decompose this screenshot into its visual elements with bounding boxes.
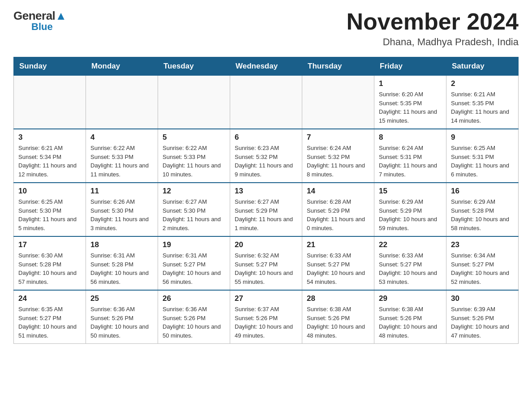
day-info: Sunrise: 6:22 AMSunset: 5:33 PMDaylight:… [90, 144, 153, 179]
calendar-cell: 24Sunrise: 6:35 AMSunset: 5:27 PMDayligh… [14, 290, 86, 344]
calendar-title: November 2024 [347, 9, 519, 34]
day-info: Sunrise: 6:25 AMSunset: 5:30 PMDaylight:… [18, 197, 81, 232]
calendar-cell: 2Sunrise: 6:21 AMSunset: 5:35 PMDaylight… [446, 76, 519, 129]
calendar-cell: 16Sunrise: 6:29 AMSunset: 5:28 PMDayligh… [446, 183, 519, 236]
calendar-cell: 19Sunrise: 6:31 AMSunset: 5:27 PMDayligh… [158, 236, 230, 290]
day-info: Sunrise: 6:25 AMSunset: 5:31 PMDaylight:… [451, 144, 514, 179]
calendar-cell: 17Sunrise: 6:30 AMSunset: 5:28 PMDayligh… [14, 236, 86, 290]
day-info: Sunrise: 6:38 AMSunset: 5:26 PMDaylight:… [307, 305, 369, 340]
calendar-cell: 13Sunrise: 6:27 AMSunset: 5:29 PMDayligh… [230, 183, 302, 236]
day-number: 21 [307, 240, 369, 249]
calendar-cell: 21Sunrise: 6:33 AMSunset: 5:27 PMDayligh… [302, 236, 374, 290]
day-info: Sunrise: 6:34 AMSunset: 5:27 PMDaylight:… [451, 251, 514, 286]
day-number: 27 [235, 294, 297, 303]
calendar-cell: 20Sunrise: 6:32 AMSunset: 5:27 PMDayligh… [230, 236, 302, 290]
calendar-cell: 12Sunrise: 6:27 AMSunset: 5:30 PMDayligh… [158, 183, 230, 236]
calendar-week-row: 17Sunrise: 6:30 AMSunset: 5:28 PMDayligh… [14, 236, 519, 290]
calendar-cell [14, 76, 86, 129]
calendar-cell [302, 76, 374, 129]
calendar-cell: 1Sunrise: 6:20 AMSunset: 5:35 PMDaylight… [374, 76, 446, 129]
day-info: Sunrise: 6:33 AMSunset: 5:27 PMDaylight:… [307, 251, 369, 286]
day-header-friday: Friday [374, 57, 446, 76]
day-info: Sunrise: 6:27 AMSunset: 5:29 PMDaylight:… [235, 197, 297, 232]
day-number: 12 [163, 187, 225, 196]
day-number: 10 [18, 187, 81, 196]
day-number: 17 [18, 240, 81, 249]
logo: General▲ Blue [13, 9, 67, 33]
day-info: Sunrise: 6:21 AMSunset: 5:35 PMDaylight:… [451, 90, 514, 125]
calendar-cell [230, 76, 302, 129]
day-info: Sunrise: 6:26 AMSunset: 5:30 PMDaylight:… [90, 197, 153, 232]
calendar-cell: 14Sunrise: 6:28 AMSunset: 5:29 PMDayligh… [302, 183, 374, 236]
day-info: Sunrise: 6:33 AMSunset: 5:27 PMDaylight:… [379, 251, 442, 286]
day-info: Sunrise: 6:35 AMSunset: 5:27 PMDaylight:… [18, 305, 81, 340]
day-number: 29 [379, 294, 442, 303]
calendar-cell: 6Sunrise: 6:23 AMSunset: 5:32 PMDaylight… [230, 129, 302, 183]
day-info: Sunrise: 6:21 AMSunset: 5:34 PMDaylight:… [18, 144, 81, 179]
day-number: 15 [379, 187, 442, 196]
day-number: 28 [307, 294, 369, 303]
calendar-cell: 28Sunrise: 6:38 AMSunset: 5:26 PMDayligh… [302, 290, 374, 344]
day-info: Sunrise: 6:29 AMSunset: 5:29 PMDaylight:… [379, 197, 442, 232]
day-number: 23 [451, 240, 514, 249]
day-number: 4 [90, 133, 153, 142]
day-number: 16 [451, 187, 514, 196]
day-info: Sunrise: 6:32 AMSunset: 5:27 PMDaylight:… [235, 251, 297, 286]
day-number: 22 [379, 240, 442, 249]
calendar-week-row: 1Sunrise: 6:20 AMSunset: 5:35 PMDaylight… [14, 76, 519, 129]
day-header-thursday: Thursday [302, 57, 374, 76]
day-number: 7 [307, 133, 369, 142]
day-number: 9 [451, 133, 514, 142]
day-info: Sunrise: 6:24 AMSunset: 5:31 PMDaylight:… [379, 144, 442, 179]
day-info: Sunrise: 6:31 AMSunset: 5:27 PMDaylight:… [163, 251, 225, 286]
day-info: Sunrise: 6:28 AMSunset: 5:29 PMDaylight:… [307, 197, 369, 232]
calendar-week-row: 24Sunrise: 6:35 AMSunset: 5:27 PMDayligh… [14, 290, 519, 344]
calendar-cell: 26Sunrise: 6:36 AMSunset: 5:26 PMDayligh… [158, 290, 230, 344]
logo-blue-text: Blue [31, 21, 53, 33]
day-header-wednesday: Wednesday [230, 57, 302, 76]
day-number: 24 [18, 294, 81, 303]
calendar-table: SundayMondayTuesdayWednesdayThursdayFrid… [13, 57, 519, 344]
day-info: Sunrise: 6:36 AMSunset: 5:26 PMDaylight:… [90, 305, 153, 340]
day-info: Sunrise: 6:39 AMSunset: 5:26 PMDaylight:… [451, 305, 514, 340]
day-header-monday: Monday [86, 57, 158, 76]
day-number: 30 [451, 294, 514, 303]
day-number: 14 [307, 187, 369, 196]
calendar-week-row: 10Sunrise: 6:25 AMSunset: 5:30 PMDayligh… [14, 183, 519, 236]
day-info: Sunrise: 6:37 AMSunset: 5:26 PMDaylight:… [235, 305, 297, 340]
calendar-cell: 10Sunrise: 6:25 AMSunset: 5:30 PMDayligh… [14, 183, 86, 236]
calendar-cell: 9Sunrise: 6:25 AMSunset: 5:31 PMDaylight… [446, 129, 519, 183]
day-info: Sunrise: 6:31 AMSunset: 5:28 PMDaylight:… [90, 251, 153, 286]
day-number: 8 [379, 133, 442, 142]
calendar-cell [158, 76, 230, 129]
calendar-cell: 30Sunrise: 6:39 AMSunset: 5:26 PMDayligh… [446, 290, 519, 344]
day-info: Sunrise: 6:24 AMSunset: 5:32 PMDaylight:… [307, 144, 369, 179]
day-header-tuesday: Tuesday [158, 57, 230, 76]
day-number: 1 [379, 79, 442, 88]
day-info: Sunrise: 6:30 AMSunset: 5:28 PMDaylight:… [18, 251, 81, 286]
calendar-cell: 15Sunrise: 6:29 AMSunset: 5:29 PMDayligh… [374, 183, 446, 236]
calendar-cell: 4Sunrise: 6:22 AMSunset: 5:33 PMDaylight… [86, 129, 158, 183]
calendar-cell: 23Sunrise: 6:34 AMSunset: 5:27 PMDayligh… [446, 236, 519, 290]
day-number: 5 [163, 133, 225, 142]
calendar-cell: 25Sunrise: 6:36 AMSunset: 5:26 PMDayligh… [86, 290, 158, 344]
day-info: Sunrise: 6:36 AMSunset: 5:26 PMDaylight:… [163, 305, 225, 340]
logo-triangle-icon: ▲ [55, 9, 66, 22]
day-number: 13 [235, 187, 297, 196]
calendar-cell: 22Sunrise: 6:33 AMSunset: 5:27 PMDayligh… [374, 236, 446, 290]
calendar-header-row: SundayMondayTuesdayWednesdayThursdayFrid… [14, 57, 519, 76]
calendar-cell: 27Sunrise: 6:37 AMSunset: 5:26 PMDayligh… [230, 290, 302, 344]
day-number: 6 [235, 133, 297, 142]
day-info: Sunrise: 6:23 AMSunset: 5:32 PMDaylight:… [235, 144, 297, 179]
calendar-cell: 8Sunrise: 6:24 AMSunset: 5:31 PMDaylight… [374, 129, 446, 183]
day-header-saturday: Saturday [446, 57, 519, 76]
day-number: 3 [18, 133, 81, 142]
calendar-subtitle: Dhana, Madhya Pradesh, India [347, 36, 519, 48]
calendar-cell: 29Sunrise: 6:38 AMSunset: 5:26 PMDayligh… [374, 290, 446, 344]
day-info: Sunrise: 6:22 AMSunset: 5:33 PMDaylight:… [163, 144, 225, 179]
day-number: 18 [90, 240, 153, 249]
calendar-cell: 3Sunrise: 6:21 AMSunset: 5:34 PMDaylight… [14, 129, 86, 183]
day-number: 20 [235, 240, 297, 249]
day-info: Sunrise: 6:20 AMSunset: 5:35 PMDaylight:… [379, 90, 442, 125]
day-info: Sunrise: 6:29 AMSunset: 5:28 PMDaylight:… [451, 197, 514, 232]
